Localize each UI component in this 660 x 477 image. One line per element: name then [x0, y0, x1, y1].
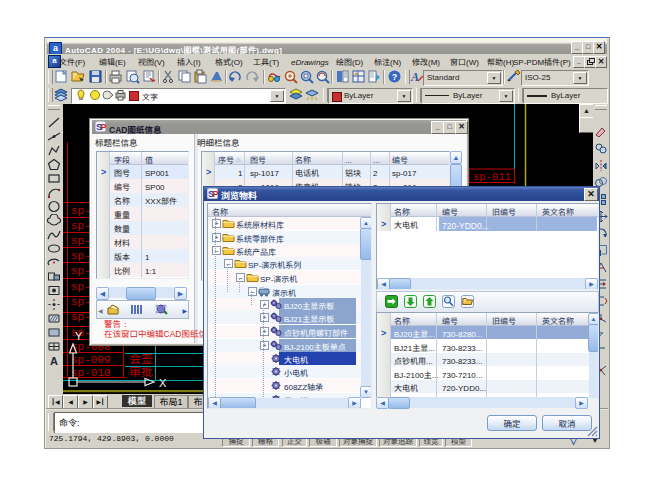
- svg-text:sp-009: sp-009: [71, 354, 111, 366]
- svg-text:?: ?: [392, 72, 398, 82]
- svg-text:P: P: [213, 189, 219, 199]
- svg-text:X: X: [159, 377, 167, 389]
- svg-text:P: P: [101, 122, 107, 132]
- svg-text:A: A: [50, 355, 58, 367]
- svg-text:审批: 审批: [129, 362, 153, 379]
- svg-text:A: A: [410, 70, 419, 84]
- svg-text:sp-010: sp-010: [71, 367, 111, 379]
- svg-text:Y: Y: [75, 330, 83, 342]
- svg-text:sp-011: sp-011: [473, 171, 511, 183]
